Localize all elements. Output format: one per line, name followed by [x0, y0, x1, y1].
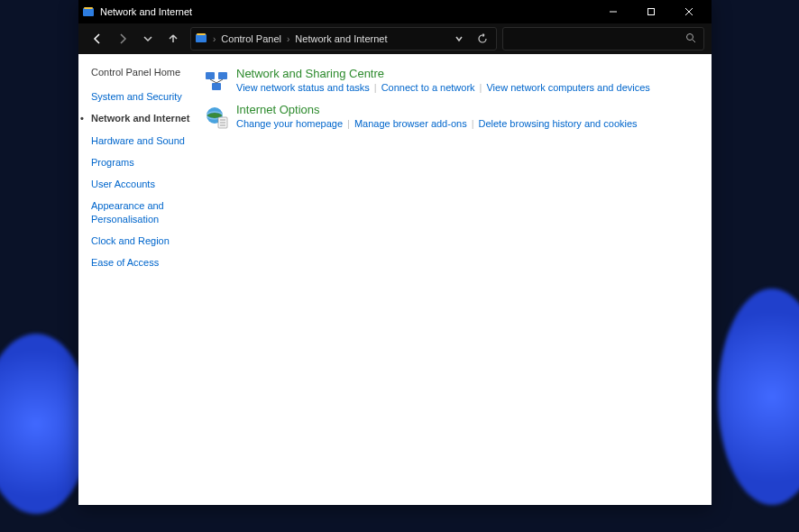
- link-connect-network[interactable]: Connect to a network: [381, 82, 475, 93]
- forward-button[interactable]: [111, 27, 134, 50]
- close-button[interactable]: [670, 0, 708, 23]
- breadcrumb-dropdown-button[interactable]: [449, 29, 469, 49]
- sidebar-item-network-internet[interactable]: Network and Internet: [91, 112, 200, 124]
- link-manage-addons[interactable]: Manage browser add-ons: [354, 118, 467, 129]
- link-view-network-computers[interactable]: View network computers and devices: [486, 82, 649, 93]
- svg-line-4: [685, 8, 693, 15]
- link-change-homepage[interactable]: Change your homepage: [236, 118, 343, 129]
- svg-rect-1: [84, 7, 93, 9]
- control-panel-window: Network and Internet › Control Panel › N…: [78, 0, 712, 505]
- breadcrumb-separator: ›: [211, 34, 217, 44]
- sidebar-item-programs[interactable]: Programs: [91, 156, 200, 169]
- svg-rect-11: [218, 72, 227, 79]
- main-panel: Network and Sharing Centre View network …: [200, 54, 712, 505]
- sidebar-item-system-security[interactable]: System and Security: [91, 90, 200, 103]
- svg-point-8: [687, 34, 693, 41]
- sidebar-item-clock-region[interactable]: Clock and Region: [91, 234, 200, 247]
- titlebar: Network and Internet: [78, 0, 712, 23]
- content-area: Control Panel Home System and Security N…: [78, 54, 712, 505]
- breadcrumb-item[interactable]: Control Panel: [221, 33, 281, 44]
- link-view-network-status[interactable]: View network status and tasks: [236, 82, 370, 93]
- breadcrumb[interactable]: › Control Panel › Network and Internet: [190, 27, 497, 50]
- maximize-button[interactable]: [632, 0, 670, 23]
- breadcrumb-separator: ›: [285, 34, 291, 44]
- sidebar: Control Panel Home System and Security N…: [78, 54, 200, 505]
- window-title: Network and Internet: [100, 6, 594, 17]
- back-button[interactable]: [86, 27, 109, 50]
- network-sharing-icon: [204, 69, 229, 94]
- refresh-button[interactable]: [473, 29, 492, 49]
- search-input[interactable]: [510, 33, 685, 44]
- sidebar-home[interactable]: Control Panel Home: [91, 67, 200, 78]
- svg-line-5: [685, 8, 693, 15]
- svg-line-13: [210, 79, 216, 83]
- internet-options-icon: [204, 105, 229, 130]
- category-title[interactable]: Internet Options: [236, 103, 699, 116]
- category-links: Change your homepage|Manage browser add-…: [236, 118, 699, 129]
- svg-rect-7: [197, 33, 206, 35]
- sidebar-item-ease-of-access[interactable]: Ease of Access: [91, 256, 200, 269]
- svg-rect-12: [212, 83, 221, 90]
- svg-rect-10: [206, 72, 215, 79]
- category-title[interactable]: Network and Sharing Centre: [236, 67, 699, 80]
- recent-button[interactable]: [136, 27, 160, 50]
- minimize-button[interactable]: [594, 0, 632, 23]
- svg-line-9: [693, 40, 695, 42]
- search-box[interactable]: [502, 27, 704, 50]
- sidebar-item-user-accounts[interactable]: User Accounts: [91, 178, 200, 190]
- svg-rect-6: [196, 34, 207, 42]
- search-icon: [685, 32, 696, 45]
- svg-rect-0: [83, 8, 94, 16]
- app-icon: [82, 5, 95, 18]
- breadcrumb-icon: [195, 32, 207, 46]
- category-network-sharing: Network and Sharing Centre View network …: [204, 67, 699, 94]
- up-button[interactable]: [161, 27, 185, 50]
- navigation-bar: › Control Panel › Network and Internet: [78, 23, 712, 54]
- svg-line-14: [216, 79, 223, 83]
- breadcrumb-item[interactable]: Network and Internet: [295, 33, 387, 44]
- category-links: View network status and tasks|Connect to…: [236, 82, 699, 93]
- svg-rect-3: [648, 9, 655, 15]
- link-delete-history[interactable]: Delete browsing history and cookies: [479, 118, 638, 129]
- sidebar-item-appearance-personalisation[interactable]: Appearance and Personalisation: [91, 199, 200, 225]
- category-internet-options: Internet Options Change your homepage|Ma…: [204, 103, 699, 130]
- sidebar-item-hardware-sound[interactable]: Hardware and Sound: [91, 134, 200, 147]
